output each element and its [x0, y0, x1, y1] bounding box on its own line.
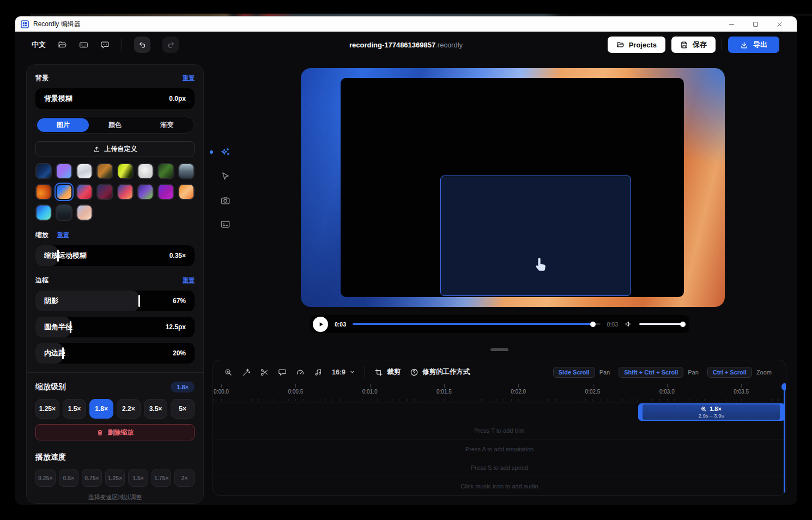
background-thumbnail-dark-red-blue[interactable]	[96, 184, 113, 200]
open-file-icon[interactable]	[58, 40, 67, 50]
timeline-track[interactable]: Press A to add annotation	[213, 439, 786, 458]
redo-button[interactable]	[162, 37, 179, 53]
shadow-slider[interactable]: 阴影67%	[35, 291, 195, 311]
seek-bar[interactable]	[353, 323, 601, 325]
ai-effects-icon[interactable]	[217, 144, 233, 160]
background-tab[interactable]: 渐变	[141, 118, 193, 132]
minimize-button[interactable]	[719, 17, 743, 31]
timeline-track[interactable]: Press T to add trim	[213, 421, 786, 439]
background-thumbnail-sunset-blend[interactable]	[117, 184, 134, 200]
close-button[interactable]	[767, 17, 791, 31]
background-blur-slider[interactable]: 背景模糊0.0px	[35, 88, 195, 109]
background-thumbnail-orange-petals[interactable]	[35, 184, 52, 200]
background-thumbnail-blue-orange-rays[interactable]	[56, 184, 72, 200]
padding-slider[interactable]: 内边距20%	[35, 343, 195, 364]
border-reset-button[interactable]: 重置	[183, 276, 195, 285]
ruler-major-tick	[221, 384, 222, 388]
background-thumbnail-green-foliage[interactable]	[157, 163, 174, 179]
cursor-tool-icon[interactable]	[217, 168, 233, 184]
trim-help-button[interactable]: 修剪的工作方式	[410, 367, 470, 377]
upload-custom-button[interactable]: 上传自定义	[35, 141, 195, 156]
zoom-segment[interactable]: 1.8× 2.9s – 3.9s	[638, 403, 785, 421]
playhead[interactable]	[784, 384, 785, 495]
music-icon[interactable]	[314, 368, 323, 377]
background-thumbnail-green-purple-aurora[interactable]	[137, 184, 154, 200]
filename: recording-1774861369857.recordly	[349, 41, 463, 49]
background-thumbnail-snowy-landscape[interactable]	[76, 163, 93, 179]
background-thumbnail-dark-blue-abstract[interactable]	[35, 163, 52, 179]
volume-handle[interactable]	[680, 322, 686, 327]
preview-canvas[interactable]	[301, 68, 725, 307]
delete-zoom-button[interactable]: 删除缩放	[35, 424, 195, 440]
panel-resize-handle[interactable]	[490, 348, 508, 351]
export-button[interactable]: 导出	[728, 37, 779, 53]
background-thumbnail-autumn-valley[interactable]	[96, 163, 113, 179]
background-thumbnail-bigsur-red-blue[interactable]	[76, 184, 93, 200]
speed-option[interactable]: 0.75×	[82, 469, 102, 487]
camera-icon[interactable]	[217, 192, 233, 208]
timeline-track[interactable]: Press S to add speed	[213, 458, 786, 476]
seek-handle[interactable]	[590, 322, 596, 327]
background-thumbnail-pastel-clouds[interactable]	[76, 204, 93, 221]
background-thumbnail-blue-teal-rays[interactable]	[35, 204, 52, 221]
cut-icon[interactable]	[260, 368, 269, 377]
projects-button[interactable]: Projects	[608, 37, 665, 53]
slider-handle[interactable]	[138, 295, 140, 307]
annotation-icon[interactable]	[278, 368, 287, 377]
maximize-button[interactable]	[743, 17, 767, 31]
volume-icon[interactable]	[625, 320, 633, 328]
language-button[interactable]: 中文	[32, 40, 46, 50]
background-thumbnail-green-yellow-waves[interactable]	[117, 163, 134, 179]
zoom-level-badge: 1.8×	[171, 382, 195, 392]
save-button[interactable]: 保存	[671, 37, 716, 53]
background-tab[interactable]: 颜色	[89, 118, 141, 132]
speed-option[interactable]: 0.5×	[59, 469, 79, 487]
zoom-track[interactable]: 1.8× 2.9s – 3.9s	[213, 402, 786, 421]
timeline-ruler[interactable]: 0:00.00:00.50:01.00:01.50:02.00:02.50:03…	[213, 384, 786, 402]
video-frame[interactable]	[341, 78, 684, 297]
play-button[interactable]	[313, 317, 328, 332]
app-icon	[21, 20, 29, 28]
zoom-level-option[interactable]: 3.5×	[144, 399, 168, 419]
feedback-icon[interactable]	[100, 40, 110, 50]
zoom-level-option[interactable]: 2.2×	[117, 399, 141, 419]
subtitle-card-icon[interactable]	[217, 216, 233, 232]
speed-icon[interactable]	[296, 368, 305, 377]
ruler-minor-ticks	[213, 399, 786, 401]
background-thumbnail-white-ripple[interactable]	[137, 163, 154, 179]
wand-icon[interactable]	[242, 368, 251, 377]
volume-slider[interactable]	[639, 323, 683, 325]
zoom-selection-region[interactable]	[440, 176, 631, 296]
corner-radius-slider[interactable]: 圆角半径12.5px	[35, 317, 195, 337]
background-thumbnails	[35, 163, 195, 221]
slider-label: 阴影	[44, 296, 58, 306]
background-tab[interactable]: 图片	[37, 118, 89, 132]
zoom-level-option[interactable]: 5×	[171, 399, 195, 419]
crop-button[interactable]: 裁剪	[374, 367, 401, 377]
background-thumbnail-purple-magenta[interactable]	[157, 184, 174, 200]
timeline-tracks[interactable]: 1.8× 2.9s – 3.9s Press T to add trimPres…	[213, 402, 786, 495]
speed-option[interactable]: 2×	[174, 469, 195, 487]
zoom-level-option[interactable]: 1.25×	[35, 399, 59, 419]
ruler-major-tick	[370, 384, 371, 388]
shortcuts-icon[interactable]	[79, 40, 88, 50]
background-thumbnail-night-mountain[interactable]	[56, 204, 72, 221]
zoom-level-options: 1.25×1.5×1.8×2.2×3.5×5×	[35, 399, 195, 419]
speed-option[interactable]: 1.75×	[152, 469, 172, 487]
undo-button[interactable]	[134, 37, 150, 53]
background-thumbnail-mountain-lake[interactable]	[178, 163, 195, 179]
speed-option[interactable]: 1.5×	[128, 469, 148, 487]
zoom-level-option[interactable]: 1.8×	[89, 399, 113, 419]
zoom-motion-blur-slider[interactable]: 缩放运动模糊0.35×	[35, 245, 195, 266]
aspect-ratio-dropdown[interactable]: 16:9	[332, 368, 355, 376]
zoom-reset-button[interactable]: 重置	[57, 231, 69, 239]
timeline-zoom-icon[interactable]	[224, 368, 233, 377]
background-thumbnail-orange-rays[interactable]	[178, 184, 195, 200]
speed-option[interactable]: 1.25×	[105, 469, 125, 487]
zoom-level-option[interactable]: 1.5×	[63, 399, 87, 419]
background-thumbnail-purple-blue-flow[interactable]	[56, 163, 72, 179]
active-indicator-dot	[210, 150, 213, 154]
timeline-track[interactable]: Click music icon to add audio	[213, 476, 786, 495]
speed-option[interactable]: 0.25×	[35, 469, 56, 487]
background-reset-button[interactable]: 重置	[183, 74, 195, 82]
